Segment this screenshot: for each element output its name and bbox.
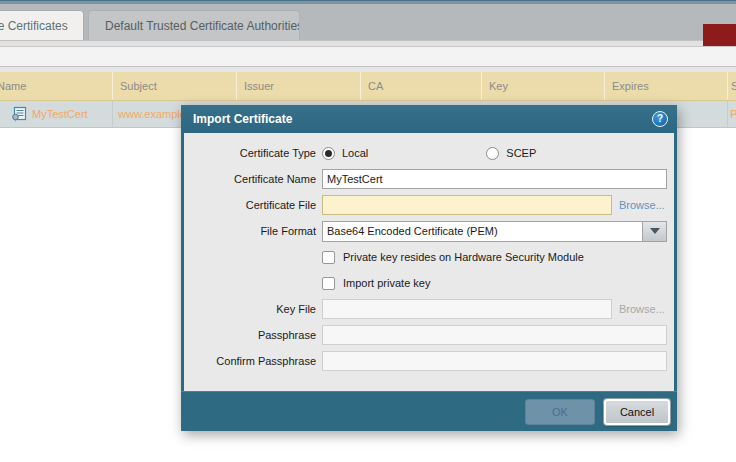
dialog-footer: OK Cancel [181, 391, 677, 431]
tab-bar: ice Certificates Default Trusted Certifi… [0, 4, 736, 40]
scep-radio-label: SCEP [506, 147, 536, 159]
scep-radio[interactable] [486, 147, 499, 160]
certificate-file-row: Certificate File Browse... [184, 195, 674, 215]
tab-label: Default Trusted Certificate Authorities [105, 19, 300, 33]
column-header-subject[interactable]: Subject [113, 72, 237, 100]
help-icon[interactable]: ? [652, 111, 668, 127]
red-badge [703, 24, 736, 46]
dialog-header: Import Certificate ? [181, 105, 677, 133]
file-format-row: File Format Base64 Encoded Certificate (… [184, 221, 674, 241]
chevron-down-icon [650, 228, 660, 234]
confirm-passphrase-label: Confirm Passphrase [184, 355, 316, 367]
table-header: Name Subject Issuer CA Key Expires S [0, 72, 736, 101]
local-radio[interactable] [322, 147, 335, 160]
certificate-file-browse-link[interactable]: Browse... [619, 199, 665, 211]
certificate-type-row: Certificate Type Local SCEP [184, 143, 674, 163]
dropdown-button[interactable] [642, 222, 666, 241]
key-file-input [322, 299, 612, 319]
certificate-name-input[interactable] [322, 169, 667, 189]
tab-label: ice Certificates [0, 19, 68, 33]
certificate-management-screen: ice Certificates Default Trusted Certifi… [0, 0, 736, 462]
import-private-key-row: Import private key [184, 273, 674, 293]
tab-device-certificates[interactable]: ice Certificates [0, 10, 84, 40]
column-header-ca[interactable]: CA [361, 72, 482, 100]
column-header-key[interactable]: Key [482, 72, 605, 100]
certificate-name-link[interactable]: MyTestCert [32, 101, 88, 127]
confirm-passphrase-input [322, 351, 667, 371]
key-file-row: Key File Browse... [184, 299, 674, 319]
key-file-browse-link: Browse... [619, 303, 665, 315]
column-header-issuer[interactable]: Issuer [237, 72, 361, 100]
import-private-key-label: Import private key [343, 277, 430, 289]
dialog-body: Certificate Type Local SCEP Certificate … [184, 133, 674, 391]
passphrase-row: Passphrase [184, 325, 674, 345]
import-certificate-dialog: Import Certificate ? Certificate Type Lo… [181, 105, 677, 431]
confirm-passphrase-row: Confirm Passphrase [184, 351, 674, 371]
hsm-checkbox[interactable] [322, 251, 335, 264]
cell-certificate-name[interactable]: MyTestCert [0, 101, 113, 127]
passphrase-input [322, 325, 667, 345]
local-radio-label: Local [342, 147, 368, 159]
column-header-status[interactable]: S [728, 72, 736, 100]
passphrase-label: Passphrase [184, 329, 316, 341]
divider-band [0, 40, 736, 47]
certificate-type-label: Certificate Type [184, 147, 316, 159]
toolbar-strip [0, 47, 736, 67]
hsm-checkbox-label: Private key resides on Hardware Security… [343, 251, 584, 263]
certificate-file-input[interactable] [322, 195, 612, 215]
file-format-label: File Format [184, 225, 316, 237]
column-header-expires[interactable]: Expires [605, 72, 728, 100]
file-format-select[interactable]: Base64 Encoded Certificate (PEM) [322, 221, 667, 242]
hsm-checkbox-row: Private key resides on Hardware Security… [184, 247, 674, 267]
cell-status-fragment: P [728, 101, 736, 127]
certificate-name-label: Certificate Name [184, 173, 316, 185]
certificate-icon [11, 106, 27, 122]
certificate-name-row: Certificate Name [184, 169, 674, 189]
ok-button[interactable]: OK [525, 399, 595, 425]
key-file-label: Key File [184, 303, 316, 315]
import-private-key-checkbox[interactable] [322, 277, 335, 290]
certificate-file-label: Certificate File [184, 199, 316, 211]
cancel-button[interactable]: Cancel [604, 399, 670, 425]
column-header-name[interactable]: Name [0, 72, 113, 100]
tab-default-trusted-certificate-authorities[interactable]: Default Trusted Certificate Authorities [88, 10, 300, 40]
dialog-title: Import Certificate [193, 112, 652, 126]
file-format-value: Base64 Encoded Certificate (PEM) [323, 222, 642, 241]
